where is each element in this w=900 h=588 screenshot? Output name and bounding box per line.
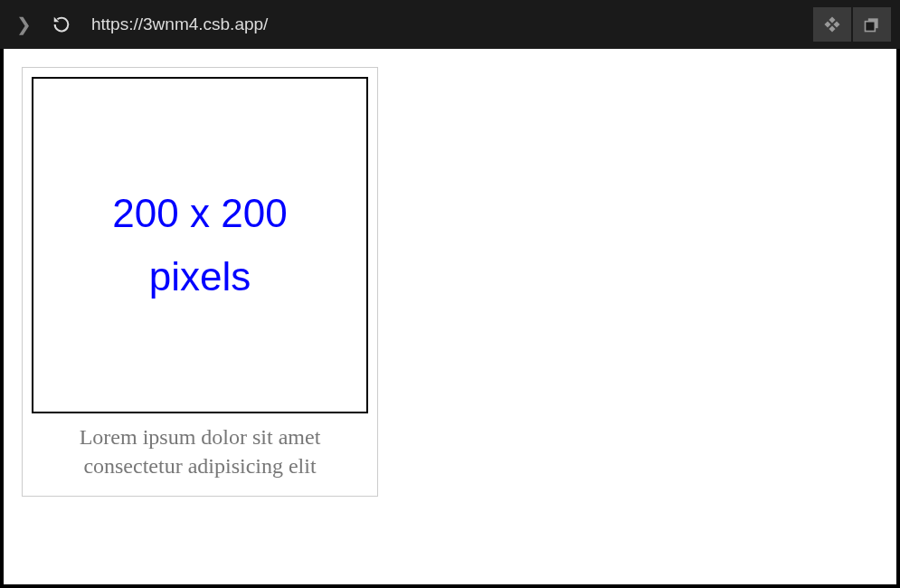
- windows-icon: [863, 15, 881, 33]
- svg-rect-1: [824, 21, 830, 27]
- page-content: 200 x 200 pixels Lorem ipsum dolor sit a…: [0, 49, 900, 588]
- svg-rect-0: [829, 16, 835, 23]
- placeholder-text-line1: 200 x 200: [112, 182, 287, 245]
- codesandbox-button[interactable]: [813, 7, 851, 42]
- svg-rect-3: [829, 25, 835, 32]
- reload-icon: [52, 14, 71, 34]
- address-bar-text: https://3wnm4.csb.app/: [91, 14, 268, 34]
- browser-toolbar: ❯ https://3wnm4.csb.app/: [0, 0, 900, 49]
- diamond-grid-icon: [823, 15, 841, 33]
- figure-caption: Lorem ipsum dolor sit amet consectetur a…: [32, 413, 368, 487]
- figure-card: 200 x 200 pixels Lorem ipsum dolor sit a…: [22, 67, 378, 497]
- svg-rect-2: [833, 21, 839, 27]
- toolbar-right: [813, 7, 891, 42]
- forward-button[interactable]: ❯: [9, 10, 39, 39]
- placeholder-image: 200 x 200 pixels: [32, 77, 368, 413]
- svg-rect-5: [866, 22, 876, 32]
- placeholder-text-line2: pixels: [149, 245, 251, 308]
- reload-button[interactable]: [48, 11, 75, 38]
- new-window-button[interactable]: [853, 7, 891, 42]
- address-bar[interactable]: https://3wnm4.csb.app/: [84, 8, 804, 41]
